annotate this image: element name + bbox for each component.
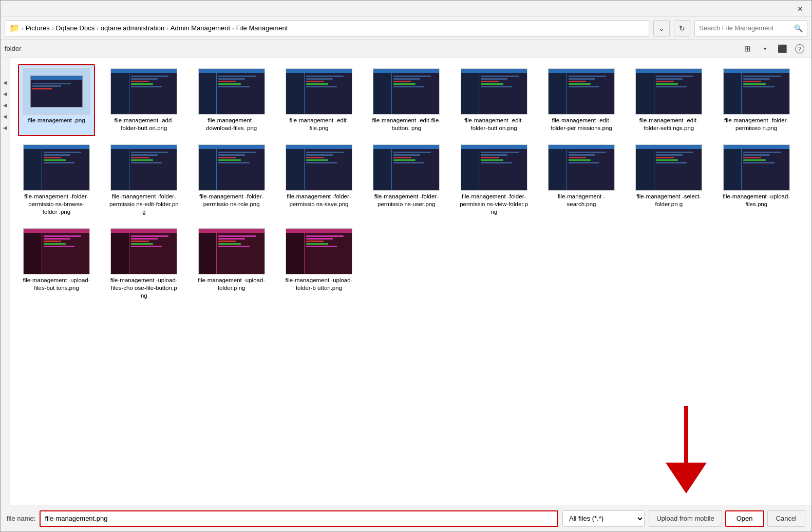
file-item[interactable]: file-management -upload-files.png xyxy=(718,140,795,220)
nav-arrow-2[interactable]: ◀ xyxy=(2,90,9,97)
search-input[interactable] xyxy=(699,24,791,32)
details-view-button[interactable]: ⬛ xyxy=(775,42,790,56)
file-dialog: ✕ 📁 › Pictures › Oqtane Docs › oqtane ad… xyxy=(0,0,812,532)
folder-icon: 📁 xyxy=(9,23,20,33)
file-name: file-management -edit-folder-per mission… xyxy=(546,117,617,132)
file-item[interactable]: file-management -edit-folder-setti ngs.p… xyxy=(630,64,707,136)
file-item[interactable]: file-management -folder-permissio ns-use… xyxy=(368,140,445,220)
file-name: file-management -edit-file.png xyxy=(284,117,354,132)
chevron-down-icon: ▾ xyxy=(764,46,766,51)
file-name: file-management -folder-permissio ns-vie… xyxy=(459,193,530,216)
breadcrumb-admin-mgmt[interactable]: Admin Management xyxy=(171,24,230,32)
file-item[interactable]: file-management -edit-folder-per mission… xyxy=(543,64,620,136)
file-item[interactable]: file-management -folder-permissio ns-bro… xyxy=(18,140,95,220)
file-name: file-management .png xyxy=(28,117,85,124)
bottom-buttons: Upload from mobile Open Cancel xyxy=(649,510,805,527)
filename-label: file name: xyxy=(7,515,35,522)
file-item[interactable]: file-management -search.png xyxy=(543,140,620,220)
toolbar-right: ⊞ ▾ ⬛ ? xyxy=(740,42,807,56)
file-name: file-management -upload-folder-b utton.p… xyxy=(284,277,354,292)
filename-input[interactable] xyxy=(40,510,558,527)
search-icon: 🔍 xyxy=(794,24,803,32)
file-name: file-management -upload-files.png xyxy=(721,193,792,208)
grid-view-icon: ⊞ xyxy=(744,44,751,53)
file-item[interactable]: file-management -edit-file-button. png xyxy=(368,64,445,136)
file-name: file-management -add-folder-butt on.png xyxy=(108,117,179,132)
file-name: file-management -upload-files-but tons.p… xyxy=(21,277,92,292)
file-name: file-management -folder-permissio ns-sav… xyxy=(284,193,354,208)
file-name: file-management -folder-permissio ns-rol… xyxy=(196,193,267,208)
file-name: file-management -upload-folder.p ng xyxy=(196,277,267,292)
file-name: file-management -edit-folder-butt on.png xyxy=(459,117,530,132)
file-name: file-management -folder-permissio n.png xyxy=(721,117,792,132)
filetype-select[interactable]: All files (*.*) xyxy=(562,510,645,527)
details-icon: ⬛ xyxy=(778,44,787,53)
close-button[interactable]: ✕ xyxy=(795,4,805,14)
file-item[interactable]: file-management -folder-permissio n.png xyxy=(718,64,795,136)
main-content: ◀ ◀ ◀ ◀ ◀ file-management .png file-mana… xyxy=(1,58,811,505)
file-item[interactable]: file-management -folder-permissio ns-vie… xyxy=(456,140,533,220)
file-name: file-management -folder-permissio ns-bro… xyxy=(21,193,92,216)
breadcrumb-pictures[interactable]: Pictures xyxy=(26,24,50,32)
file-item[interactable]: file-management -add-folder-butt on.png xyxy=(105,64,182,136)
file-item[interactable]: file-management -upload-folder-b utton.p… xyxy=(280,224,357,304)
toolbar: folder ⊞ ▾ ⬛ ? xyxy=(1,40,811,58)
nav-arrow-1[interactable]: ◀ xyxy=(2,79,9,86)
open-button[interactable]: Open xyxy=(725,510,764,527)
view-dropdown-button[interactable]: ▾ xyxy=(757,42,772,56)
breadcrumb-oqtane-docs[interactable]: Oqtane Docs xyxy=(55,24,95,32)
file-item[interactable]: file-management -upload-files-cho ose-fi… xyxy=(105,224,182,304)
dropdown-button[interactable]: ⌄ xyxy=(653,20,670,36)
file-item[interactable]: file-management -select-folder.pn g xyxy=(630,140,707,220)
breadcrumb-oqtane-admin[interactable]: oqtane administration xyxy=(101,24,164,32)
refresh-button[interactable]: ↻ xyxy=(674,20,690,36)
address-bar: 📁 › Pictures › Oqtane Docs › oqtane admi… xyxy=(1,17,811,40)
title-bar: ✕ xyxy=(1,1,811,17)
file-item[interactable]: file-management -edit-file.png xyxy=(280,64,357,136)
help-icon: ? xyxy=(795,44,804,53)
folder-label: folder xyxy=(5,45,22,52)
search-box: 🔍 xyxy=(694,20,807,36)
upload-mobile-button[interactable]: Upload from mobile xyxy=(649,510,722,527)
nav-sidebar: ◀ ◀ ◀ ◀ ◀ xyxy=(1,58,10,505)
nav-arrow-3[interactable]: ◀ xyxy=(2,101,9,108)
file-name: file-management -download-files. png xyxy=(196,117,267,132)
file-name: file-management -edit-file-button. png xyxy=(371,117,442,132)
file-item[interactable]: file-management -folder-permissio ns-edi… xyxy=(105,140,182,220)
file-item[interactable]: file-management .png xyxy=(18,64,95,136)
view-toggle-button[interactable]: ⊞ xyxy=(740,42,755,56)
file-name: file-management -search.png xyxy=(546,193,617,208)
file-item[interactable]: file-management -folder-permissio ns-rol… xyxy=(193,140,270,220)
file-name: file-management -folder-permissio ns-edi… xyxy=(108,193,179,216)
file-item[interactable]: file-management -upload-folder.p ng xyxy=(193,224,270,304)
file-name: file-management -edit-folder-setti ngs.p… xyxy=(633,117,704,132)
file-item[interactable]: file-management -upload-files-but tons.p… xyxy=(18,224,95,304)
file-item[interactable]: file-management -edit-folder-butt on.png xyxy=(456,64,533,136)
breadcrumb-file-mgmt[interactable]: File Management xyxy=(236,24,288,32)
file-item[interactable]: file-management -folder-permissio ns-sav… xyxy=(280,140,357,220)
help-button[interactable]: ? xyxy=(792,42,807,56)
file-name: file-management -select-folder.pn g xyxy=(633,193,704,208)
file-name: file-management -folder-permissio ns-use… xyxy=(371,193,442,208)
nav-arrow-4[interactable]: ◀ xyxy=(2,113,9,120)
nav-arrow-5[interactable]: ◀ xyxy=(2,124,9,131)
breadcrumb[interactable]: 📁 › Pictures › Oqtane Docs › oqtane admi… xyxy=(5,20,649,36)
file-grid: file-management .png file-management -ad… xyxy=(18,64,803,304)
bottom-bar: file name: All files (*.*) Upload from m… xyxy=(1,505,811,531)
cancel-button[interactable]: Cancel xyxy=(767,510,805,527)
file-grid-container[interactable]: file-management .png file-management -ad… xyxy=(10,58,811,505)
file-name: file-management -upload-files-cho ose-fi… xyxy=(108,277,179,300)
file-item[interactable]: file-management -download-files. png xyxy=(193,64,270,136)
